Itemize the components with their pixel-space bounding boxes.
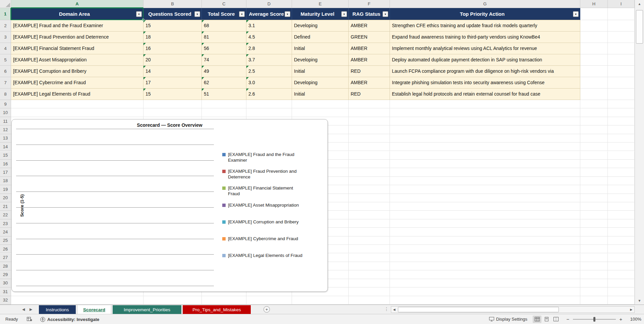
cell-H14[interactable]	[580, 143, 608, 151]
cell-H24[interactable]	[580, 228, 608, 236]
cell-H10[interactable]	[580, 108, 608, 117]
cell-H30[interactable]	[580, 279, 608, 287]
legend-item[interactable]: [EXAMPLE] Fraud Prevention and Deterrenc…	[222, 168, 306, 180]
cell-H20[interactable]	[580, 194, 608, 202]
filter-button-D[interactable]: ▼	[285, 11, 290, 17]
cell-H29[interactable]	[580, 270, 608, 279]
vertical-scrollbar-thumb[interactable]	[636, 10, 643, 44]
cell-B32[interactable]	[143, 296, 202, 305]
cell-A3[interactable]: [EXAMPLE] Fraud Prevention and Deterrenc…	[11, 32, 143, 43]
column-header-G[interactable]: G	[390, 0, 580, 8]
horizontal-scrollbar[interactable]: ◀ ▶	[391, 306, 635, 313]
scrollbar-resize-handle[interactable]: ⋮	[384, 306, 389, 312]
cell-D32[interactable]	[246, 296, 292, 305]
cell-C8[interactable]: 51	[202, 89, 246, 100]
cell-F5[interactable]: AMBER	[349, 54, 390, 66]
cell-H32[interactable]	[580, 296, 608, 305]
row-header-29[interactable]: 29	[0, 270, 11, 279]
column-header-D[interactable]: D	[246, 0, 292, 8]
accessibility-status[interactable]: Accessibility: Investigate	[40, 316, 99, 323]
cell-A1[interactable]: Domain Area▼	[11, 8, 143, 20]
cell-H27[interactable]	[580, 254, 608, 262]
cell-I8[interactable]	[608, 89, 635, 100]
embedded-chart-score-overview[interactable]: Scorecard — Score Overview Score (1-5) […	[11, 119, 328, 292]
legend-item[interactable]: [EXAMPLE] Fraud and the Fraud Examiner	[222, 152, 306, 163]
cell-I2[interactable]	[608, 20, 635, 32]
cell-H4[interactable]	[580, 43, 608, 54]
cell-C9[interactable]	[202, 100, 246, 108]
row-header-11[interactable]: 11	[0, 117, 11, 125]
cell-G2[interactable]: Strengthen CFE ethics training and updat…	[390, 20, 580, 32]
cell-I12[interactable]	[608, 125, 635, 134]
page-break-preview-button[interactable]	[551, 316, 560, 323]
cell-G19[interactable]	[390, 185, 580, 194]
cell-D8[interactable]: 2.6	[246, 89, 292, 100]
cell-D3[interactable]: 4.5	[246, 32, 292, 43]
row-header-1[interactable]: 1	[0, 8, 11, 20]
cell-F21[interactable]	[349, 202, 390, 211]
cell-G4[interactable]: Implement monthly analytical reviews usi…	[390, 43, 580, 54]
cell-H7[interactable]	[580, 77, 608, 89]
cell-I15[interactable]	[608, 151, 635, 160]
cell-F28[interactable]	[349, 262, 390, 270]
cell-D10[interactable]	[246, 108, 292, 117]
scroll-right-icon[interactable]: ▶	[628, 307, 634, 313]
cell-E4[interactable]: Initial	[292, 43, 349, 54]
cell-I18[interactable]	[608, 177, 635, 185]
cell-I32[interactable]	[608, 296, 635, 305]
cell-H19[interactable]	[580, 185, 608, 194]
cell-I13[interactable]	[608, 134, 635, 143]
row-header-7[interactable]: 7	[0, 77, 11, 89]
cell-F16[interactable]	[349, 160, 390, 168]
cell-D1[interactable]: Average Score▼	[246, 8, 292, 20]
cell-A5[interactable]: [EXAMPLE] Asset Misappropriation	[11, 54, 143, 66]
cell-C4[interactable]: 56	[202, 43, 246, 54]
cell-F22[interactable]	[349, 211, 390, 219]
cell-D6[interactable]: 2.5	[246, 66, 292, 77]
cell-G8[interactable]: Establish legal hold protocols and retai…	[390, 89, 580, 100]
row-header-10[interactable]: 10	[0, 108, 11, 117]
cell-F25[interactable]	[349, 236, 390, 245]
cell-G28[interactable]	[390, 262, 580, 270]
filter-button-A[interactable]: ▼	[136, 11, 142, 17]
row-header-12[interactable]: 12	[0, 125, 11, 134]
cell-I17[interactable]	[608, 168, 635, 176]
cell-I16[interactable]	[608, 160, 635, 168]
filter-button-G[interactable]: ▼	[573, 11, 579, 17]
row-header-18[interactable]: 18	[0, 177, 11, 185]
column-header-C[interactable]: C	[202, 0, 246, 8]
cell-D4[interactable]: 2.8	[246, 43, 292, 54]
cell-I6[interactable]	[608, 66, 635, 77]
cell-C32[interactable]	[202, 296, 246, 305]
cell-G24[interactable]	[390, 228, 580, 236]
cell-A8[interactable]: [EXAMPLE] Legal Elements of Fraud	[11, 89, 143, 100]
cell-H25[interactable]	[580, 236, 608, 245]
cell-E6[interactable]: Initial	[292, 66, 349, 77]
row-header-5[interactable]: 5	[0, 54, 11, 66]
row-header-4[interactable]: 4	[0, 43, 11, 54]
zoom-in-button[interactable]: +	[619, 316, 623, 322]
cell-A10[interactable]	[11, 108, 143, 117]
cell-G26[interactable]	[390, 245, 580, 253]
zoom-slider-thumb[interactable]	[593, 317, 595, 322]
cell-D7[interactable]: 3.0	[246, 77, 292, 89]
zoom-level[interactable]: 100%	[629, 317, 641, 322]
cell-A9[interactable]	[11, 100, 143, 108]
cell-E1[interactable]: Maturity Level▼	[292, 8, 349, 20]
row-header-24[interactable]: 24	[0, 228, 11, 236]
cell-F19[interactable]	[349, 185, 390, 194]
cell-E3[interactable]: Defined	[292, 32, 349, 43]
cell-H11[interactable]	[580, 117, 608, 125]
cell-G22[interactable]	[390, 211, 580, 219]
cell-G11[interactable]	[390, 117, 580, 125]
cell-H22[interactable]	[580, 211, 608, 219]
new-sheet-button[interactable]: +	[264, 306, 270, 313]
cell-I5[interactable]	[608, 54, 635, 66]
row-header-6[interactable]: 6	[0, 66, 11, 77]
row-header-20[interactable]: 20	[0, 194, 11, 202]
cell-G3[interactable]: Expand fraud awareness training to third…	[390, 32, 580, 43]
column-header-A[interactable]: A	[11, 0, 143, 8]
cell-D5[interactable]: 3.7	[246, 54, 292, 66]
cell-F6[interactable]: RED	[349, 66, 390, 77]
cell-G21[interactable]	[390, 202, 580, 211]
